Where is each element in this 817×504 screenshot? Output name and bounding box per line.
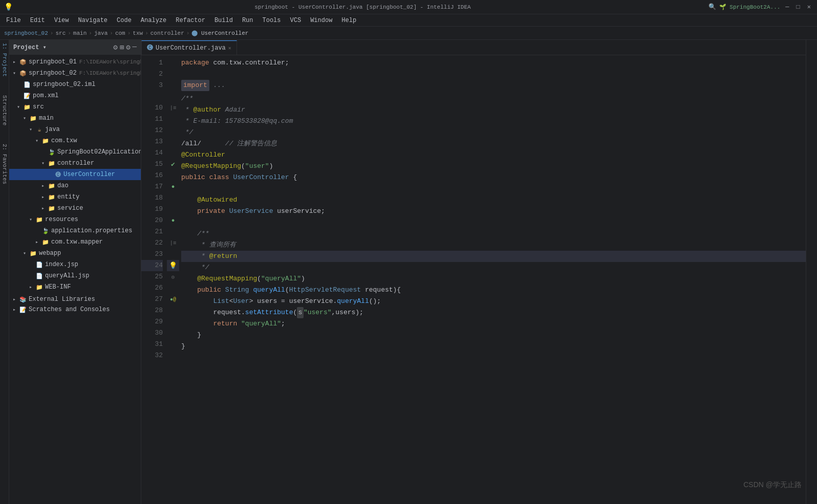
breadcrumb-part[interactable]: ⬤ UserController xyxy=(191,30,248,36)
tree-item-controller[interactable]: 📁 controller xyxy=(9,158,141,169)
tree-item-indexjsp[interactable]: 📄 index.jsp xyxy=(9,259,141,270)
code-line-17: public class UserController { xyxy=(181,172,806,183)
tab-usercontroller[interactable]: 🅒 UserController.java ✕ xyxy=(141,40,237,55)
bulb-24[interactable]: 💡 xyxy=(167,260,179,271)
project-collapse-icon[interactable]: ─ xyxy=(133,43,137,52)
maximize-button[interactable]: □ xyxy=(794,4,802,11)
tree-label-main: main xyxy=(39,115,54,122)
project-tab-icon[interactable]: 1: Project xyxy=(2,43,8,77)
code-line-30: return "queryAll"; xyxy=(181,318,806,330)
code-line-24: * @return xyxy=(181,251,806,262)
project-layout-icon[interactable]: ⊞ xyxy=(120,43,124,52)
project-settings-icon[interactable]: ⚙ xyxy=(113,43,117,52)
app-icon: 💡 xyxy=(4,3,13,11)
tree-label-extlibs: External Libraries xyxy=(29,296,95,303)
project-panel-header: Project ▾ ⚙ ⊞ ⚙ ─ xyxy=(9,40,141,55)
favorites-tab-icon[interactable]: 2: Favorites xyxy=(2,144,8,184)
caret-mapper xyxy=(34,239,40,245)
tree-item-iml[interactable]: 📄 springboot_02.iml xyxy=(9,79,141,90)
titlebar: 💡 springboot - UserController.java [spri… xyxy=(0,0,817,14)
caret-webapp xyxy=(22,250,28,256)
caret-webinf xyxy=(28,284,34,290)
code-line-3: import ... xyxy=(181,80,806,91)
menu-window[interactable]: Window xyxy=(306,16,336,25)
tree-item-comtxw[interactable]: 📁 com.txw xyxy=(9,135,141,146)
tree-item-mapper[interactable]: 📁 com.txw.mapper xyxy=(9,236,141,248)
breadcrumb-part[interactable]: src xyxy=(55,30,66,36)
menu-run[interactable]: Run xyxy=(238,16,257,25)
tree-item-resources[interactable]: 📁 resources xyxy=(9,214,141,225)
tree-label-usercontroller: UserController xyxy=(63,171,115,178)
tree-item-service[interactable]: 📁 service xyxy=(9,203,141,214)
breadcrumb-part[interactable]: java xyxy=(94,30,107,36)
menubar: File Edit View Navigate Code Analyze Ref… xyxy=(0,14,817,27)
tree-item-webapp[interactable]: 📁 webapp xyxy=(9,248,141,259)
tree-item-queryalljsp[interactable]: 📄 queryAll.jsp xyxy=(9,270,141,281)
breadcrumb-part[interactable]: controller xyxy=(150,30,184,36)
code-line-27: public String queryAll(HttpServletReques… xyxy=(181,284,806,296)
code-line-10: /** xyxy=(181,93,806,104)
tree-label-java: java xyxy=(45,126,60,133)
caret-entity xyxy=(40,194,46,200)
search-everywhere-icon[interactable]: 🔍 xyxy=(708,3,716,11)
menu-vcs[interactable]: VCS xyxy=(286,16,306,25)
project-gear-icon[interactable]: ⚙ xyxy=(126,43,130,52)
breadcrumb: springboot_02 › src › main › java › com … xyxy=(0,27,817,40)
tree-item-entity[interactable]: 📁 entity xyxy=(9,191,141,203)
breadcrumb-part[interactable]: com xyxy=(115,30,125,36)
breadcrumb-part[interactable]: springboot_02 xyxy=(4,30,48,36)
menu-file[interactable]: File xyxy=(2,16,25,25)
tree-item-extlibs[interactable]: 📚 External Libraries xyxy=(9,293,141,304)
tab-close-button[interactable]: ✕ xyxy=(228,45,231,51)
code-line-21 xyxy=(181,217,806,228)
code-line-12: * E-mail: 1578533828@qq.com xyxy=(181,116,806,127)
gutter-dot-20: ● xyxy=(167,215,179,226)
menu-help[interactable]: Help xyxy=(337,16,360,25)
minimize-button[interactable]: ─ xyxy=(783,4,791,11)
tree-label-scratches: Scratches and Consoles xyxy=(29,306,110,313)
menu-refactor[interactable]: Refactor xyxy=(171,16,209,25)
module-icon: 📦 xyxy=(19,58,27,66)
gutter-fold-25[interactable]: ⊙ xyxy=(167,271,179,282)
code-line-2 xyxy=(181,69,806,80)
code-editor[interactable]: 1 2 3 10 11 12 13 14 15 16 17 18 19 20 2… xyxy=(141,55,806,504)
tree-item-springboot02[interactable]: 📦 springboot_02 F:\IDEAWork\springboot xyxy=(9,68,141,79)
menu-build[interactable]: Build xyxy=(210,16,237,25)
dao-icon: 📁 xyxy=(48,182,56,190)
tree-label-dao: dao xyxy=(57,182,69,189)
tree-item-pom[interactable]: 📝 pom.xml xyxy=(9,90,141,101)
fold-marker-22[interactable]: |≡ xyxy=(167,237,179,249)
tree-item-scratches[interactable]: 📝 Scratches and Consoles xyxy=(9,304,141,315)
code-line-32: } xyxy=(181,341,806,352)
tree-item-usercontroller[interactable]: 🅒 UserController xyxy=(9,169,141,180)
menu-analyze[interactable]: Analyze xyxy=(137,16,170,25)
tree-item-springboot01[interactable]: 📦 springboot_01 F:\IDEAWork\springboot xyxy=(9,56,141,68)
menu-view[interactable]: View xyxy=(50,16,73,25)
close-button[interactable]: ✕ xyxy=(805,3,813,11)
menu-navigate[interactable]: Navigate xyxy=(74,16,112,25)
java-icon: ☕ xyxy=(35,125,44,134)
gutter: |≡ ✔ ● ● |≡ 💡 ⊙ ●@ xyxy=(167,55,179,504)
tree-item-springapp[interactable]: 🍃 SpringBoot02Application xyxy=(9,146,141,158)
code-line-1: package com.txw.controller; xyxy=(181,57,806,69)
structure-tab-icon[interactable]: Structure xyxy=(2,95,8,125)
tree-label-entity: entity xyxy=(57,193,79,201)
code-content[interactable]: package com.txw.controller; import ... /… xyxy=(179,55,806,504)
menu-code[interactable]: Code xyxy=(113,16,136,25)
breadcrumb-part[interactable]: txw xyxy=(133,30,143,36)
tree-item-dao[interactable]: 📁 dao xyxy=(9,180,141,191)
caret-springboot02 xyxy=(11,70,17,76)
tree-item-webinf[interactable]: 📁 WEB-INF xyxy=(9,281,141,293)
code-line-23: * 查询所有 xyxy=(181,239,806,251)
tree-label-indexjsp: index.jsp xyxy=(45,261,78,268)
fold-marker-10[interactable]: |≡ xyxy=(167,102,179,114)
tree-label-queryalljsp: queryAll.jsp xyxy=(45,272,89,279)
tree-item-appprops[interactable]: 🍃 application.properties xyxy=(9,225,141,236)
tree-label-mapper: com.txw.mapper xyxy=(51,238,103,246)
menu-tools[interactable]: Tools xyxy=(259,16,285,25)
breadcrumb-part[interactable]: main xyxy=(73,30,87,36)
tree-item-src[interactable]: 📁 src xyxy=(9,101,141,113)
tree-item-main[interactable]: 📁 main xyxy=(9,113,141,124)
tree-item-java[interactable]: ☕ java xyxy=(9,124,141,135)
menu-edit[interactable]: Edit xyxy=(26,16,49,25)
